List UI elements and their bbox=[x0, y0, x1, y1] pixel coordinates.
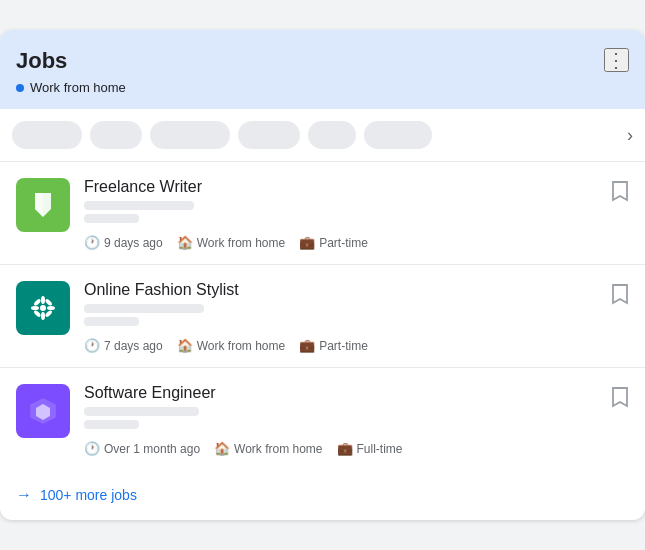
clock-icon: 🕐 bbox=[84, 441, 100, 456]
svg-point-8 bbox=[44, 309, 52, 317]
company-name-placeholder bbox=[84, 304, 204, 313]
page-title: Jobs bbox=[16, 48, 126, 74]
job-type: 💼 Part-time bbox=[299, 338, 368, 353]
list-item[interactable]: Online Fashion Stylist 🕐 7 days ago 🏠 Wo… bbox=[0, 265, 645, 368]
job-list: Freelance Writer 🕐 9 days ago 🏠 Work fro… bbox=[0, 162, 645, 470]
job-time: 🕐 Over 1 month ago bbox=[84, 441, 200, 456]
bookmark-button[interactable] bbox=[611, 283, 629, 310]
company-logo bbox=[16, 384, 70, 438]
filter-bar: › bbox=[0, 109, 645, 162]
job-meta: 🕐 7 days ago 🏠 Work from home 💼 Part-tim… bbox=[84, 338, 597, 353]
job-title: Software Engineer bbox=[84, 384, 597, 402]
job-meta: 🕐 9 days ago 🏠 Work from home 💼 Part-tim… bbox=[84, 235, 597, 250]
more-jobs-label: 100+ more jobs bbox=[40, 487, 137, 503]
svg-point-6 bbox=[47, 306, 55, 310]
arrow-right-icon: → bbox=[16, 486, 32, 504]
filter-pill-2[interactable] bbox=[90, 121, 142, 149]
more-jobs-row: → 100+ more jobs bbox=[0, 470, 645, 520]
clock-icon: 🕐 bbox=[84, 235, 100, 250]
bookmark-button[interactable] bbox=[611, 386, 629, 413]
status-dot bbox=[16, 84, 24, 92]
company-detail-placeholder bbox=[84, 420, 139, 429]
filter-pill-5[interactable] bbox=[308, 121, 356, 149]
filter-pill-6[interactable] bbox=[364, 121, 432, 149]
svg-point-9 bbox=[44, 298, 52, 306]
job-type: 💼 Part-time bbox=[299, 235, 368, 250]
briefcase-icon: 💼 bbox=[337, 441, 353, 456]
company-detail-placeholder bbox=[84, 317, 139, 326]
home-icon: 🏠 bbox=[214, 441, 230, 456]
job-title: Freelance Writer bbox=[84, 178, 597, 196]
header: Jobs Work from home ⋮ bbox=[0, 30, 645, 109]
header-left: Jobs Work from home bbox=[16, 48, 126, 95]
job-time: 🕐 7 days ago bbox=[84, 338, 163, 353]
more-options-button[interactable]: ⋮ bbox=[604, 48, 629, 72]
job-time: 🕐 9 days ago bbox=[84, 235, 163, 250]
clock-icon: 🕐 bbox=[84, 338, 100, 353]
briefcase-icon: 💼 bbox=[299, 235, 315, 250]
company-logo bbox=[16, 178, 70, 232]
svg-point-2 bbox=[40, 305, 46, 311]
filter-pill-4[interactable] bbox=[238, 121, 300, 149]
job-info: Online Fashion Stylist 🕐 7 days ago 🏠 Wo… bbox=[84, 281, 597, 353]
list-item[interactable]: Freelance Writer 🕐 9 days ago 🏠 Work fro… bbox=[0, 162, 645, 265]
list-item[interactable]: Software Engineer 🕐 Over 1 month ago 🏠 W… bbox=[0, 368, 645, 470]
job-location: 🏠 Work from home bbox=[177, 235, 285, 250]
svg-point-5 bbox=[31, 306, 39, 310]
svg-point-4 bbox=[41, 312, 45, 320]
header-subtitle: Work from home bbox=[16, 80, 126, 95]
job-info: Freelance Writer 🕐 9 days ago 🏠 Work fro… bbox=[84, 178, 597, 250]
job-title: Online Fashion Stylist bbox=[84, 281, 597, 299]
job-location: 🏠 Work from home bbox=[177, 338, 285, 353]
more-jobs-link[interactable]: → 100+ more jobs bbox=[16, 486, 137, 504]
briefcase-icon: 💼 bbox=[299, 338, 315, 353]
home-icon: 🏠 bbox=[177, 235, 193, 250]
home-icon: 🏠 bbox=[177, 338, 193, 353]
company-name-placeholder bbox=[84, 201, 194, 210]
filter-scroll-right-icon[interactable]: › bbox=[627, 125, 633, 146]
job-info: Software Engineer 🕐 Over 1 month ago 🏠 W… bbox=[84, 384, 597, 456]
job-meta: 🕐 Over 1 month ago 🏠 Work from home 💼 Fu… bbox=[84, 441, 597, 456]
job-type: 💼 Full-time bbox=[337, 441, 403, 456]
filter-pill-1[interactable] bbox=[12, 121, 82, 149]
svg-point-7 bbox=[33, 298, 41, 306]
filter-pill-3[interactable] bbox=[150, 121, 230, 149]
company-logo bbox=[16, 281, 70, 335]
jobs-card: Jobs Work from home ⋮ › Fr bbox=[0, 30, 645, 520]
svg-point-3 bbox=[41, 296, 45, 304]
company-detail-placeholder bbox=[84, 214, 139, 223]
subtitle-text: Work from home bbox=[30, 80, 126, 95]
svg-point-10 bbox=[33, 309, 41, 317]
job-location: 🏠 Work from home bbox=[214, 441, 322, 456]
svg-marker-1 bbox=[35, 193, 43, 217]
company-name-placeholder bbox=[84, 407, 199, 416]
bookmark-button[interactable] bbox=[611, 180, 629, 207]
